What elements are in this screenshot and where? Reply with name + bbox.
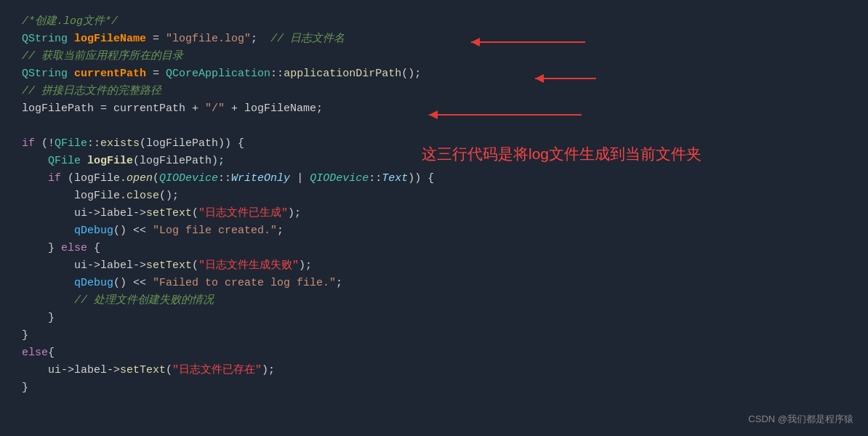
code-line-16: qDebug () << "Failed to create log file.… bbox=[22, 275, 846, 292]
code-line-10: if (logFile. open ( QIODevice :: WriteOn… bbox=[22, 170, 846, 187]
code-line-15: ui->label-> setText ( "日志文件生成失败" ); bbox=[22, 257, 846, 275]
code-line-21: ui->label-> setText ( "日志文件已存在" ); bbox=[22, 362, 846, 379]
code-line-11: logFile. close (); bbox=[22, 187, 846, 205]
code-line-22: } bbox=[22, 379, 846, 397]
code-line-18: } bbox=[22, 310, 846, 327]
code-line-12: ui->label-> setText ( "日志文件已生成" ); bbox=[22, 205, 846, 222]
code-line-19: } bbox=[22, 327, 846, 344]
code-line-5: // 拼接日志文件的完整路径 bbox=[22, 83, 846, 100]
code-block: /*创建.log文件*/ QString logFileName = "logf… bbox=[0, 0, 868, 404]
code-line-8: if (! QFile :: exists (logFilePath)) { bbox=[22, 135, 846, 153]
code-line-3: // 获取当前应用程序所在的目录 bbox=[22, 48, 846, 65]
code-line-13: qDebug () << "Log file created." ; bbox=[22, 222, 846, 240]
code-line-6: logFilePath = currentPath + "/" + logFil… bbox=[22, 100, 846, 118]
code-line-1: /*创建.log文件*/ bbox=[22, 13, 846, 31]
code-line-14: } else { bbox=[22, 240, 846, 257]
code-line-4: QString currentPath = QCoreApplication :… bbox=[22, 65, 846, 83]
code-line-20: else { bbox=[22, 344, 846, 362]
code-line-7 bbox=[22, 118, 846, 135]
csdn-watermark: CSDN @我们都是程序猿 bbox=[748, 412, 853, 427]
code-line-17: // 处理文件创建失败的情况 bbox=[22, 292, 846, 310]
code-line-2: QString logFileName = "logfile.log" ; //… bbox=[22, 31, 846, 48]
code-line-9: QFile logFile (logFilePath); bbox=[22, 153, 846, 170]
